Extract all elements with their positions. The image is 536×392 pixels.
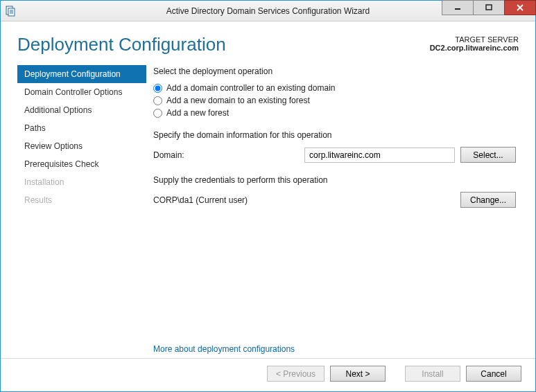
domain-block: Specify the domain information for this … [153,130,516,163]
nav-step[interactable]: Deployment Configuration [17,65,146,83]
operation-option-label: Add a new forest [166,108,229,118]
install-button[interactable]: Install [405,366,460,382]
titlebar: Active Directory Domain Services Configu… [1,1,535,21]
window-controls [442,1,535,21]
operation-radio[interactable] [153,96,162,105]
target-server-value: DC2.corp.litwareinc.com [430,44,519,52]
nav-step[interactable]: Additional Options [17,101,146,119]
target-server-label: TARGET SERVER [430,35,519,44]
close-button[interactable] [504,0,536,15]
domain-input[interactable] [304,148,455,163]
previous-button[interactable]: < Previous [267,366,325,382]
middle-area: Deployment ConfigurationDomain Controlle… [1,61,535,340]
nav-step: Results [17,191,146,209]
operation-option[interactable]: Add a new forest [153,108,516,118]
more-info-link[interactable]: More about deployment configurations [146,340,535,358]
footer-bar: < Previous Next > Install Cancel [1,358,535,391]
maximize-button[interactable] [473,0,505,15]
credentials-row: CORP\da1 (Current user) Change... [153,192,516,208]
nav-step[interactable]: Domain Controller Options [17,83,146,101]
header-area: Deployment Configuration TARGET SERVER D… [1,21,535,61]
wizard-window: Active Directory Domain Services Configu… [0,0,536,392]
select-domain-button[interactable]: Select... [460,147,516,163]
operation-radio[interactable] [153,84,162,93]
operation-option-label: Add a domain controller to an existing d… [166,83,335,93]
minimize-button[interactable] [442,0,474,15]
operation-section-label: Select the deployment operation [153,66,516,76]
operation-option[interactable]: Add a new domain to an existing forest [153,96,516,105]
operation-option-label: Add a new domain to an existing forest [166,96,310,105]
nav-step[interactable]: Paths [17,119,146,137]
cancel-button[interactable]: Cancel [466,366,521,382]
target-server-block: TARGET SERVER DC2.corp.litwareinc.com [430,34,519,55]
app-icon [5,6,16,17]
domain-label: Domain: [153,150,299,160]
credentials-block: Supply the credentials to perform this o… [153,175,516,208]
nav-step[interactable]: Prerequisites Check [17,155,146,173]
credentials-section-label: Supply the credentials to perform this o… [153,175,516,185]
operation-block: Select the deployment operation Add a do… [153,66,516,118]
domain-section-label: Specify the domain information for this … [153,130,516,140]
next-button[interactable]: Next > [330,366,386,382]
svg-rect-6 [486,5,492,10]
credentials-value: CORP\da1 (Current user) [153,195,455,205]
domain-row: Domain: Select... [153,147,516,163]
content-panel: Select the deployment operation Add a do… [146,61,535,340]
change-credentials-button[interactable]: Change... [460,192,516,208]
page-title: Deployment Configuration [17,34,430,55]
wizard-nav: Deployment ConfigurationDomain Controlle… [1,61,146,340]
nav-step: Installation [17,173,146,191]
nav-step[interactable]: Review Options [17,137,146,155]
operation-radio[interactable] [153,109,162,118]
wizard-body: Deployment Configuration TARGET SERVER D… [1,21,535,391]
operation-option[interactable]: Add a domain controller to an existing d… [153,83,516,93]
